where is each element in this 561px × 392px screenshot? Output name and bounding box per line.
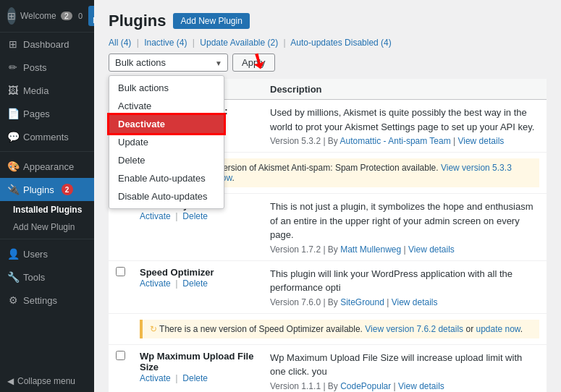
plugin-meta: Version 7.6.0 | By SiteGround | View det… [270, 297, 539, 307]
plugin-description-cell: Used by millions, Akismet is quite possi… [263, 100, 547, 153]
settings-icon: ⚙ [7, 294, 19, 306]
sidebar-item-posts[interactable]: ✏ Posts [0, 56, 94, 79]
sidebar-item-tools[interactable]: 🔧 Tools [0, 265, 94, 289]
site-name: Welcome [20, 11, 56, 21]
plugin-description-cell: Wp Maximum Upload File Size will increas… [263, 344, 547, 392]
bulk-actions-select[interactable]: Bulk actions Activate Deactivate Update … [109, 54, 228, 72]
view-details-link[interactable]: View details [392, 297, 438, 307]
dropdown-delete[interactable]: Delete [109, 151, 224, 169]
apply-button[interactable]: Apply [232, 54, 275, 72]
sidebar-item-comments[interactable]: 💬 Comments [0, 125, 94, 148]
page-title-bar: Plugins Add New Plugin [109, 12, 547, 30]
sidebar-item-users[interactable]: 👤 Users [0, 242, 94, 265]
table-row: Speed Optimizer Activate | Delete This p… [109, 260, 547, 313]
plugin-description: This plugin will link your WordPress app… [270, 267, 539, 295]
sidebar-header: ⊞ Welcome 2 0 + New [0, 0, 94, 33]
plugin-meta: Version 5.3.2 | By Automattic - Anti-spa… [270, 136, 539, 146]
table-row-update: ↻ There is a new version of Speed Optimi… [109, 313, 547, 344]
plugin-actions: Activate | Delete [140, 372, 256, 383]
author-link[interactable]: CodePopular [340, 381, 391, 391]
sidebar-item-pages[interactable]: 📄 Pages [0, 102, 94, 125]
author-link[interactable]: Automattic - Anti-spam Team [340, 136, 451, 146]
dashboard-icon: ⊞ [7, 38, 19, 50]
update-now-link[interactable]: update now [476, 324, 520, 334]
appearance-icon: 🎨 [7, 161, 19, 172]
dropdown-activate[interactable]: Activate [109, 97, 224, 115]
sidebar-item-settings[interactable]: ⚙ Settings [0, 289, 94, 312]
plugin-name-cell: Wp Maximum Upload File Size Activate | D… [132, 344, 263, 392]
plugin-description: This is not just a plugin, it symbolizes… [270, 200, 539, 242]
plugin-name-cell: Speed Optimizer Activate | Delete [132, 260, 263, 313]
plugin-actions: Activate | Delete [140, 278, 256, 289]
dropdown-enable-auto-updates[interactable]: Enable Auto-updates [109, 169, 224, 187]
view-details-link[interactable]: View details [398, 381, 444, 391]
sidebar-item-plugins[interactable]: 🔌 Plugins 2 [0, 178, 94, 201]
author-link[interactable]: Matt Mullenweg [340, 244, 401, 255]
activate-link[interactable]: Activate [140, 278, 171, 289]
table-row: Wp Maximum Upload File Size Activate | D… [109, 344, 547, 392]
sidebar-item-dashboard[interactable]: ⊞ Dashboard [0, 33, 94, 56]
col-header-description: Description [263, 79, 547, 100]
sidebar-divider-2 [0, 239, 94, 239]
main-content: Plugins Add New Plugin All (4) | Inactiv… [94, 0, 561, 392]
update-notice: ↻ There is a new version of Speed Optimi… [140, 320, 539, 338]
update-version-link[interactable]: View version 7.6.2 details [365, 324, 463, 334]
collapse-icon: ◀ [7, 376, 14, 386]
collapse-menu-button[interactable]: ◀ Collapse menu [0, 370, 94, 392]
comments-count: 0 [78, 12, 83, 20]
bulk-actions-dropdown: Bulk actions Activate Deactivate Update … [109, 75, 224, 209]
tools-icon: 🔧 [7, 271, 19, 283]
view-details-link[interactable]: View details [457, 136, 504, 146]
media-icon: 🖼 [7, 85, 19, 96]
update-icon: ↻ [150, 324, 157, 334]
activate-link[interactable]: Activate [140, 373, 171, 383]
plugin-actions: Activate | Delete [140, 210, 256, 221]
plugin-checkbox[interactable] [116, 267, 125, 276]
plugin-description: Wp Maximum Upload File Size will increas… [270, 351, 539, 379]
wp-logo-icon: ⊞ [7, 7, 16, 25]
comments-icon: 💬 [7, 131, 19, 142]
plugin-description-cell: This is not just a plugin, it symbolizes… [263, 194, 547, 261]
notifications-count: 2 [61, 12, 72, 20]
page-title: Plugins [109, 12, 166, 30]
plugin-checkbox-cell [109, 260, 132, 313]
pages-icon: 📄 [7, 108, 19, 119]
new-button[interactable]: + New [88, 6, 94, 26]
author-link[interactable]: SiteGround [340, 297, 384, 307]
dropdown-bulk-actions[interactable]: Bulk actions [109, 79, 224, 97]
filter-all[interactable]: All (4) [109, 38, 131, 48]
sidebar-sub-installed-plugins[interactable]: Installed Plugins [0, 201, 94, 218]
plugin-meta: Version 1.1.1 | By CodePopular | View de… [270, 381, 539, 391]
dropdown-disable-auto-updates[interactable]: Disable Auto-updates [109, 187, 224, 205]
update-notice-cell: ↻ There is a new version of Speed Optimi… [132, 313, 547, 344]
dropdown-update[interactable]: Update [109, 133, 224, 151]
filter-inactive[interactable]: Inactive (4) [144, 38, 187, 48]
sidebar-sub-add-new-plugin[interactable]: Add New Plugin [0, 218, 94, 236]
plugin-meta: Version 1.7.2 | By Matt Mullenweg | View… [270, 244, 539, 255]
add-new-plugin-button[interactable]: Add New Plugin [173, 13, 249, 29]
bulk-select-wrapper: Bulk actions Activate Deactivate Update … [109, 54, 228, 72]
plugins-badge: 2 [62, 184, 73, 195]
sidebar: ⊞ Welcome 2 0 + New ⊞ Dashboard ✏ Posts … [0, 0, 94, 392]
plugin-description: Used by millions, Akismet is quite possi… [270, 106, 539, 134]
sidebar-item-appearance[interactable]: 🎨 Appearance [0, 155, 94, 178]
header-right: 2 0 + New [61, 6, 94, 26]
dropdown-deactivate[interactable]: Deactivate [109, 115, 224, 133]
users-icon: 👤 [7, 248, 19, 260]
filter-links: All (4) | Inactive (4) | Update Availabl… [109, 38, 547, 48]
plugin-checkbox[interactable] [116, 351, 125, 360]
posts-icon: ✏ [7, 61, 19, 73]
sidebar-item-media[interactable]: 🖼 Media [0, 79, 94, 102]
filter-update-available[interactable]: Update Available (2) [200, 38, 278, 48]
view-details-link[interactable]: View details [408, 244, 455, 255]
sidebar-divider-1 [0, 151, 94, 152]
plugins-icon: 🔌 [7, 184, 19, 195]
delete-link[interactable]: Delete [182, 373, 208, 383]
filter-auto-updates-disabled[interactable]: Auto-updates Disabled (4) [290, 38, 391, 48]
plugin-name: Wp Maximum Upload File Size [140, 351, 256, 372]
plugin-checkbox-cell [109, 344, 132, 392]
delete-link[interactable]: Delete [182, 211, 208, 221]
plugin-name: Speed Optimizer [140, 267, 256, 278]
delete-link[interactable]: Delete [182, 278, 208, 289]
activate-link[interactable]: Activate [140, 211, 171, 221]
